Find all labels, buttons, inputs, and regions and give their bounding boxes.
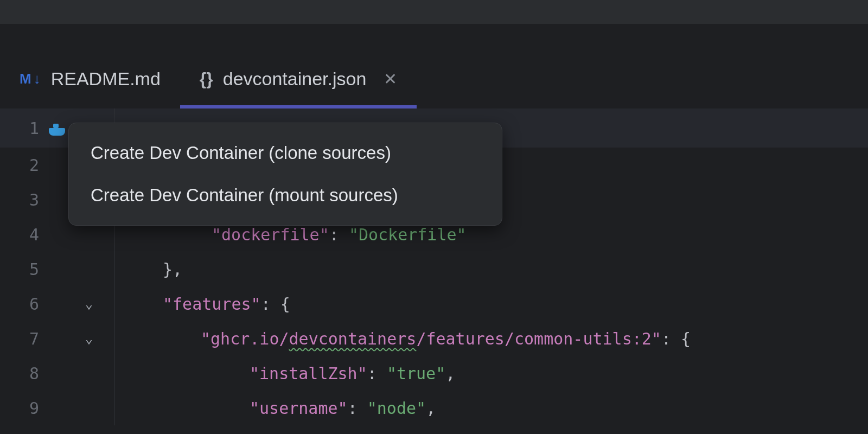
- tab-label: devcontainer.json: [223, 68, 367, 90]
- tab-readme[interactable]: M↓ README.md: [0, 49, 180, 108]
- line-number: 1: [0, 119, 42, 138]
- line-number: 6: [0, 295, 42, 314]
- fold-toggle-icon[interactable]: ⌄: [85, 331, 93, 346]
- code-line: "installZsh": "true",: [108, 356, 868, 391]
- menu-item-label: Create Dev Container (clone sources): [91, 143, 391, 163]
- markdown-icon: M↓: [20, 71, 41, 87]
- line-number: 3: [0, 190, 42, 209]
- tab-label: README.md: [51, 68, 161, 90]
- editor-tabs: M↓ README.md {} devcontainer.json ✕: [0, 49, 868, 108]
- line-number: 7: [0, 329, 42, 348]
- menu-item-label: Create Dev Container (mount sources): [91, 185, 398, 205]
- fold-toggle-icon[interactable]: ⌄: [85, 296, 93, 311]
- line-number: 9: [0, 399, 42, 418]
- context-menu: Create Dev Container (clone sources) Cre…: [68, 123, 502, 226]
- menu-item-create-devcontainer-clone[interactable]: Create Dev Container (clone sources): [69, 132, 502, 174]
- close-icon[interactable]: ✕: [384, 69, 397, 88]
- tab-devcontainer-json[interactable]: {} devcontainer.json ✕: [180, 49, 417, 108]
- toolbar-band: [0, 24, 868, 49]
- braces-icon: {}: [200, 69, 213, 89]
- line-number: 5: [0, 260, 42, 279]
- code-line: "features": {: [108, 286, 868, 321]
- code-line: "ghcr.io/devcontainers/features/common-u…: [108, 321, 868, 356]
- title-bar: [0, 0, 868, 24]
- line-number: 8: [0, 364, 42, 383]
- line-number: 4: [0, 225, 42, 244]
- line-number: 2: [0, 156, 42, 175]
- code-line: },: [108, 252, 868, 286]
- menu-item-create-devcontainer-mount[interactable]: Create Dev Container (mount sources): [69, 174, 502, 216]
- code-line: "username": "node",: [108, 391, 868, 425]
